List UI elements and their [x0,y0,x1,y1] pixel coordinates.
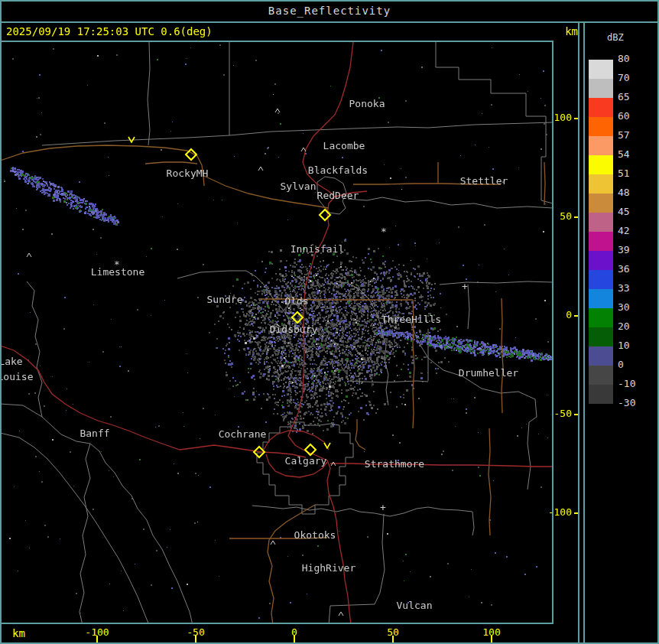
county-boundary-line [42,122,553,145]
county-boundary-line [27,281,42,417]
legend-value-label: -30 [618,397,651,408]
city-label: Didsbury [270,324,318,335]
legend-value-label: 48 [618,187,651,198]
legend-swatch [589,60,613,79]
title-separator-line [0,21,659,23]
legend-swatch [589,213,613,232]
primary-highway-line [264,431,329,450]
primary-highway-line [0,346,306,457]
legend-value-label: 39 [618,244,651,255]
city-label: Sundre [207,294,243,305]
bottom-axis-tick-mark [392,636,394,642]
legend-value-label: 51 [618,168,651,179]
summit-caret-marker [301,148,306,151]
city-label: Limestone [91,266,145,278]
legend-swatch [589,136,613,155]
city-label: Lake [0,356,23,367]
legend-swatch [589,270,613,289]
city-label: Lacombe [323,140,365,151]
city-label: Sylvan [281,181,317,192]
secondary-highway-line [489,428,491,535]
panel-separator-line [578,21,579,644]
city-label: Okotoks [294,529,336,541]
legend-value-label: 20 [618,320,651,332]
legend-swatch [589,251,613,270]
county-boundary-line [330,604,375,606]
legend-swatch [589,155,613,174]
legend-value-label: 45 [618,206,651,217]
county-boundary-line [252,506,472,516]
vee-marker [324,443,330,448]
legend-value-label: 80 [618,53,651,64]
county-boundary-line [257,422,353,514]
county-boundary-line [528,422,531,490]
bottom-axis-tick-mark [195,636,196,642]
city-label: Banff [80,428,109,439]
legend-swatch [589,385,613,404]
summit-caret-marker [27,253,31,257]
legend-swatch [589,289,613,308]
city-label: Innisfail [291,243,344,255]
city-label: Cochrane [219,428,267,440]
title-bar: Base_Reflectivity [0,0,659,21]
legend-value-label: 65 [618,91,651,102]
asterisk-marker: * [381,226,387,237]
bottom-axis-tick-mark [294,636,295,642]
city-label: ThreeHills [381,314,441,325]
summit-caret-marker [339,612,343,616]
legend-swatch [589,174,613,194]
city-label: Vulcan [397,600,433,611]
panel-separator-line [583,21,585,644]
county-boundary-line [348,197,553,208]
city-label: Louise [0,371,34,382]
bottom-axis: km -100-50050100 [0,625,578,642]
legend-swatch [589,308,613,327]
map-display[interactable]: **++PonokaLacombeBlackfaldsSylvanRedDeer… [0,0,659,644]
timestamp-label: 2025/09/19 17:25:03 UTC 0.6(deg) [6,25,213,37]
county-boundary-line [375,514,385,604]
city-label: RedDeer [317,190,359,201]
secondary-highway-line [260,299,413,300]
bottom-axis-unit-label: km [12,627,25,639]
legend-value-label: 36 [618,263,651,275]
city-label: Strathmore [365,458,424,470]
legend-swatch [589,98,613,117]
radar-window: **++PonokaLacombeBlackfaldsSylvanRedDeer… [0,0,659,644]
secondary-highway-line [145,162,197,164]
city-label: Olds [284,295,308,307]
summit-caret-marker [275,109,280,112]
county-boundary-line [468,285,469,329]
city-label: Drumheller [459,367,518,379]
county-boundary-line [440,281,553,285]
legend-value-label: 33 [618,282,651,294]
summit-caret-marker [271,541,275,545]
legend-value-label: 42 [618,225,651,236]
secondary-highway-line [544,162,545,205]
legend-swatch [589,79,613,98]
vee-marker [128,137,135,142]
legend-swatch [589,232,613,251]
legend-swatch [589,117,613,136]
legend-value-label: 10 [618,340,651,351]
window-title: Base_Reflectivity [268,5,391,17]
city-label: RockyMH [167,168,209,179]
legend-value-label: -10 [618,378,651,389]
county-boundary-line [329,606,330,625]
county-boundary-line [148,42,150,145]
city-label: Stettler [460,175,508,187]
county-boundary-line [348,381,428,382]
county-boundary-line [80,444,90,625]
legend-value-label: 54 [618,148,651,160]
legend-swatch [589,194,613,213]
summit-caret-marker [258,167,263,171]
primary-highway-line [330,463,553,467]
legend-value-label: 70 [618,72,651,83]
plus-marker: + [462,281,468,292]
right-axis-unit-label: km [565,25,578,37]
legend-value-label: 57 [618,129,651,141]
legend-value-label: 60 [618,110,651,122]
city-label: Calgary [285,455,327,467]
legend-swatch [589,346,613,366]
bottom-axis-tick-mark [96,636,98,642]
legend-title: dBZ [607,32,624,43]
